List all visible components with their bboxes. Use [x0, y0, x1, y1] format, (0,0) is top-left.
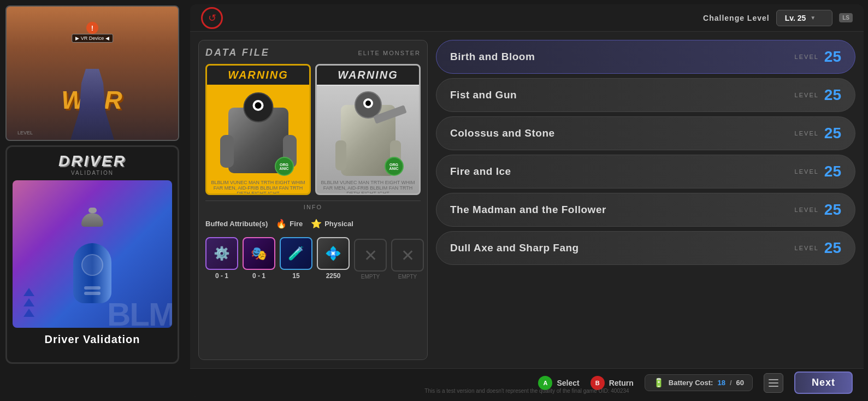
mission-level-4: 25 [824, 201, 841, 219]
challenge-label: Challenge Level [703, 14, 770, 22]
driver-card-name: Driver Validation [13, 333, 172, 346]
monster-card-text-1: BLBLIM VUNEC MAN TRTH EIGHT WHIM FAR MEN… [207, 180, 309, 195]
next-button[interactable]: Next [794, 371, 853, 394]
driver-card-title: DRIVER [13, 152, 172, 170]
monster-card-2: WARNING [315, 64, 421, 195]
select-label: Select [557, 379, 579, 387]
warning-banner-2: WARNING [317, 66, 419, 86]
menu-lines-icon [769, 379, 778, 387]
elite-monster-label: ELITE MONSTER [358, 50, 421, 56]
physical-icon: ⭐ [311, 219, 322, 229]
battery-total: 60 [736, 379, 744, 387]
mission-item-4[interactable]: The Madman and the Follower LEVEL 25 [436, 193, 855, 227]
loadout-value-4: 2250 [326, 272, 341, 280]
monster-card-text-2: BLBLIM VUNEC MAN TRTH EIGHT WHIM FAR MEN… [317, 180, 419, 195]
battery-label: Battery Cost: [669, 379, 713, 387]
loadout-slot-3: 🧪 15 [280, 237, 312, 280]
mission-level-3: 25 [824, 163, 841, 180]
monster-figure-2: ORGANIC [317, 86, 419, 179]
top-bar: ↺ Challenge Level Lv. 25 ▼ LS [190, 4, 864, 32]
x-mark-1: ✕ [364, 246, 377, 265]
mission-level-label-5: LEVEL [795, 245, 819, 251]
loadout-icon-2: 🎭 [243, 237, 275, 270]
ls-badge: LS [839, 13, 853, 22]
level-dropdown[interactable]: Lv. 25 ▼ [776, 10, 833, 26]
loadout-empty-2: EMPTY [398, 274, 417, 280]
mission-name-1: Fist and Gun [450, 89, 795, 101]
attributes-row: Buffed Attribute(s) 🔥 Fire ⭐ Physical [205, 216, 421, 232]
warning-banner-1: WARNING [207, 66, 309, 86]
monster-figure-1: ORGANIC [207, 86, 309, 179]
loadout-value-1: 0 - 1 [215, 272, 228, 280]
mission-item-0[interactable]: Birth and Bloom LEVEL 25 [436, 40, 855, 74]
challenge-area: Challenge Level Lv. 25 ▼ LS [703, 10, 853, 26]
mission-level-label-0: LEVEL [795, 54, 819, 60]
organic-badge-1: ORGANIC [275, 157, 294, 176]
organic-badge-2: ORGANIC [385, 157, 404, 176]
level-indicator: LEVEL [17, 130, 33, 135]
loadout-icon-4: 💠 [317, 237, 350, 270]
fire-icon: 🔥 [276, 219, 287, 229]
menu-button[interactable] [764, 373, 783, 393]
monster-card-1: WARNING [205, 64, 311, 195]
battery-cost: 🔋 Battery Cost: 18 / 60 [645, 374, 753, 391]
loadout-icon-5: ✕ [354, 239, 387, 272]
mission-level-label-1: LEVEL [795, 92, 819, 98]
loadout-value-3: 15 [292, 272, 299, 280]
battery-icon: 🔋 [653, 378, 664, 388]
data-file-header: DATA FILE ELITE MONSTER [205, 47, 421, 58]
mission-item-5[interactable]: Dull Axe and Sharp Fang LEVEL 25 [436, 231, 855, 265]
main-panel: ↺ Challenge Level Lv. 25 ▼ LS DATA FILE … [190, 4, 864, 397]
level-value: Lv. 25 [785, 14, 806, 22]
card-arrows [23, 288, 34, 317]
mission-level-label-3: LEVEL [795, 168, 819, 175]
loadout-slot-2: 🎭 0 - 1 [243, 237, 275, 280]
buffed-attributes-label: Buffed Attribute(s) [205, 220, 268, 228]
fire-attribute: 🔥 Fire [276, 219, 303, 229]
loadout-value-2: 0 - 1 [252, 272, 265, 280]
loadout-icon-6: ✕ [391, 239, 424, 272]
driver-card-image: BLM [13, 180, 172, 328]
spray-can [65, 210, 120, 298]
game-screenshot: ! ▶ VR Device ◀ WAR VR LEVEL [5, 5, 179, 141]
return-label: Return [609, 379, 634, 387]
x-mark-2: ✕ [401, 246, 415, 265]
mission-level-label-2: LEVEL [795, 130, 819, 137]
driver-card: DRIVER VALIDATION BLM Driver Validation [5, 145, 179, 364]
warning-icon: ! [86, 22, 98, 34]
back-button[interactable]: ↺ [201, 7, 223, 29]
loadout-slot-1: ⚙️ 0 - 1 [205, 237, 238, 280]
mission-name-0: Birth and Bloom [450, 51, 795, 63]
mission-name-2: Colossus and Stone [450, 127, 795, 139]
loadout-slot-6: ✕ EMPTY [391, 239, 424, 280]
info-tab: INFO [205, 200, 421, 210]
mission-list: Birth and Bloom LEVEL 25 Fist and Gun LE… [436, 40, 855, 360]
data-file-title: DATA FILE [205, 47, 270, 58]
physical-label: Physical [324, 220, 353, 228]
driver-validation-text: VALIDATION [13, 170, 172, 176]
loadout-slot-5: ✕ EMPTY [354, 239, 387, 280]
mission-name-3: Fire and Ice [450, 166, 795, 178]
dropdown-arrow-icon: ▼ [810, 15, 816, 21]
disclaimer: This is a test version and doesn't repre… [424, 388, 629, 394]
battery-separator: / [730, 379, 732, 387]
mission-level-0: 25 [824, 48, 841, 66]
mission-item-2[interactable]: Colossus and Stone LEVEL 25 [436, 116, 855, 150]
mission-level-1: 25 [824, 86, 841, 104]
data-file-panel: DATA FILE ELITE MONSTER WARNING [198, 40, 428, 360]
loadout-icon-3: 🧪 [280, 237, 312, 270]
mission-item-3[interactable]: Fire and Ice LEVEL 25 [436, 155, 855, 188]
mission-item-1[interactable]: Fist and Gun LEVEL 25 [436, 78, 855, 112]
loadout-empty-1: EMPTY [361, 274, 380, 280]
loadout-slot-4: 💠 2250 [317, 237, 350, 280]
battery-current: 18 [717, 379, 725, 387]
left-panel: ! ▶ VR Device ◀ WAR VR LEVEL DRIVER VALI… [0, 0, 186, 401]
mission-level-5: 25 [824, 239, 841, 257]
driver-card-header: DRIVER VALIDATION [13, 152, 172, 176]
mission-name-5: Dull Axe and Sharp Fang [450, 242, 795, 254]
loadout-icon-1: ⚙️ [205, 237, 238, 270]
fire-label: Fire [290, 220, 303, 228]
vr-device-label: ▶ VR Device ◀ [72, 34, 113, 43]
physical-attribute: ⭐ Physical [311, 219, 353, 229]
mission-name-4: The Madman and the Follower [450, 204, 795, 216]
